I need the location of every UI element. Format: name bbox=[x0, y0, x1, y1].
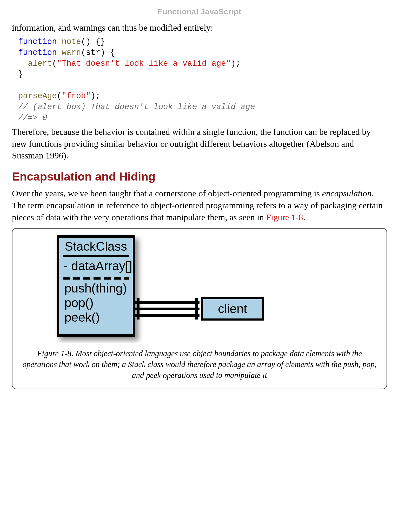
paragraph-encapsulation: Over the years, we've been taught that a… bbox=[12, 188, 387, 223]
fn-parseage: parseAge bbox=[18, 91, 57, 101]
comment: // (alert box) That doesn't look like a … bbox=[18, 102, 255, 111]
keyword-function: function bbox=[18, 48, 57, 57]
diagram-client-box: client bbox=[202, 298, 263, 320]
diagram-connection-lines bbox=[135, 298, 200, 320]
fn-warn: warn bbox=[62, 48, 81, 57]
code-block-1: function note() {} function warn(str) { … bbox=[18, 36, 387, 123]
intro-paragraph: information, and warnings can thus be mo… bbox=[12, 22, 387, 34]
punct: (str) { bbox=[81, 48, 115, 57]
paragraph-behavior: Therefore, because the behavior is conta… bbox=[12, 126, 387, 162]
diagram-stack-m2: pop() bbox=[64, 296, 94, 310]
section-heading-encapsulation: Encapsulation and Hiding bbox=[12, 170, 387, 183]
text: . bbox=[303, 212, 305, 222]
diagram-client-label: client bbox=[218, 302, 247, 316]
figure-reference-link[interactable]: Figure 1-8 bbox=[266, 212, 303, 222]
comment: //=> 0 bbox=[18, 113, 47, 122]
punct: ); bbox=[91, 91, 100, 101]
diagram-stack-m1: push(thing) bbox=[64, 281, 127, 295]
fn-alert: alert bbox=[28, 59, 52, 68]
page-header: Functional JavaScript bbox=[12, 0, 387, 22]
punct: ( bbox=[52, 59, 57, 68]
diagram-stack-m3: peek() bbox=[64, 310, 100, 324]
punct: ); bbox=[231, 59, 241, 68]
punct: } bbox=[18, 70, 23, 79]
string-literal: "frob" bbox=[62, 91, 91, 101]
punct: () {} bbox=[81, 37, 105, 46]
figure-1-8: StackClass - dataArray[] push(thing) pop… bbox=[12, 228, 387, 389]
stack-client-diagram: StackClass - dataArray[] push(thing) pop… bbox=[20, 234, 379, 343]
fn-note: note bbox=[62, 37, 81, 46]
figure-caption: Figure 1-8. Most object-oriented languag… bbox=[20, 348, 379, 381]
diagram-stack-title: StackClass bbox=[65, 240, 127, 253]
string-literal: "That doesn't look like a valid age" bbox=[57, 59, 231, 68]
keyword-function: function bbox=[18, 37, 57, 46]
text: Over the years, we've been taught that a… bbox=[12, 189, 322, 198]
diagram-stack-data: - dataArray[] bbox=[64, 259, 132, 273]
em-encapsulation: encapsulation bbox=[322, 189, 372, 198]
punct: ( bbox=[57, 91, 62, 101]
